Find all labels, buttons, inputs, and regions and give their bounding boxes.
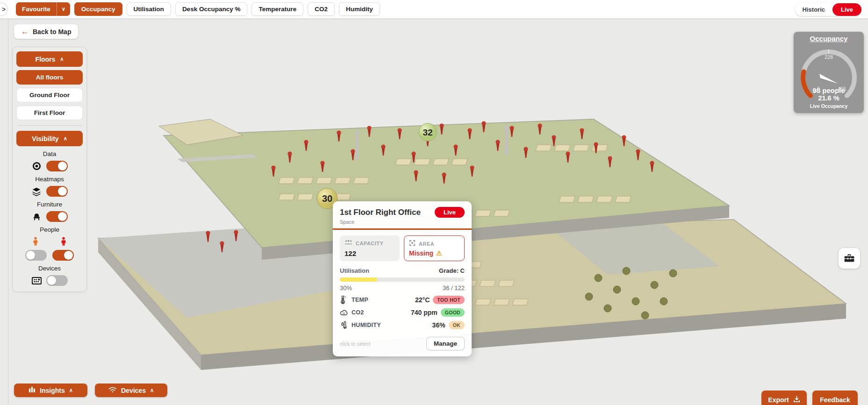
utilisation-percent: 30%	[340, 284, 352, 291]
furniture-toggle-label: Furniture	[16, 201, 83, 208]
insights-label: Insights	[40, 387, 65, 394]
people-live-toggle[interactable]	[52, 250, 74, 261]
co2-label: CO2	[352, 309, 364, 316]
export-button[interactable]: Export	[761, 391, 807, 405]
devices-toggle-label: Devices	[16, 265, 83, 272]
space-detail-popup: 1st Floor Right Office Live Space CAPACI…	[333, 201, 472, 356]
person-red-icon	[58, 236, 69, 247]
visibility-panel-header[interactable]: Visibility ∧	[16, 131, 83, 146]
layers-icon	[31, 186, 42, 197]
back-to-map-button[interactable]: ← Back to Map	[14, 24, 78, 39]
chair-icon	[31, 212, 42, 222]
temp-value: 22°C	[415, 296, 430, 304]
gauge-tick-mid: 228	[825, 54, 833, 60]
capacity-value: 122	[344, 249, 395, 257]
humidity-status-badge: OK	[449, 321, 465, 329]
utilisation-progress-track	[340, 277, 465, 282]
tab-humidity[interactable]: Humidity	[339, 2, 380, 16]
space-type-label: Space	[340, 219, 465, 225]
utilisation-progress-fill	[340, 277, 377, 282]
temp-status-badge: TOO HOT	[433, 296, 465, 304]
historic-live-toggle: Historic Live	[795, 3, 861, 16]
map-marker-ground-floor[interactable]: 32	[419, 123, 437, 141]
historic-option[interactable]: Historic	[795, 6, 832, 13]
warning-icon: ⚠	[436, 249, 442, 257]
marker-value: 32	[423, 128, 432, 137]
co2-value: 740 ppm	[411, 309, 438, 316]
devices-toggle[interactable]	[46, 275, 68, 286]
record-icon	[31, 161, 42, 171]
favourite-label: Favourite	[16, 2, 57, 16]
temp-label: TEMP	[352, 297, 368, 303]
occupancy-gauge: 228 0 455	[794, 43, 864, 92]
floor-item-all-floors[interactable]: All floors	[16, 70, 83, 85]
utilisation-label: Utilisation	[340, 267, 369, 274]
tab-temperature[interactable]: Temperature	[251, 2, 303, 16]
gauge-tick-max: 455	[838, 86, 846, 92]
bar-chart-icon	[29, 386, 36, 394]
temp-metric-row: °c TEMP 22°C TOO HOT	[340, 296, 465, 304]
gauge-tick-min: 0	[817, 86, 820, 92]
co2-status-badge: GOOD	[441, 308, 465, 317]
co2-metric-row: co CO2 740 ppm GOOD	[340, 308, 465, 317]
area-tile[interactable]: AREA Missing ⚠	[404, 235, 465, 261]
tab-desk-occupancy[interactable]: Desk Occupancy %	[175, 2, 248, 16]
tab-occupancy[interactable]: Occupancy	[74, 2, 122, 16]
humidity-value: 36%	[432, 321, 445, 329]
heatmaps-toggle[interactable]	[46, 186, 68, 197]
data-toggle[interactable]	[46, 161, 68, 171]
gauge-title[interactable]: Occupancy	[794, 35, 864, 43]
manage-button[interactable]: Manage	[426, 337, 465, 350]
data-toggle-label: Data	[16, 150, 83, 157]
live-option[interactable]: Live	[832, 3, 861, 16]
devices-button[interactable]: Devices ∧	[95, 384, 167, 397]
area-icon	[409, 240, 416, 248]
chevron-up-icon: ∧	[69, 387, 73, 393]
toolbox-icon	[844, 254, 854, 263]
feedback-label: Feedback	[820, 396, 850, 404]
floors-panel-header[interactable]: Floors ∧	[16, 51, 83, 67]
floor-item-ground-floor[interactable]: Ground Floor	[16, 88, 83, 102]
back-to-map-label: Back to Map	[33, 28, 71, 36]
top-tab-bar: Favourite ∨ Occupancy Utilisation Desk O…	[0, 0, 868, 19]
people-history-toggle[interactable]	[25, 250, 47, 261]
chevron-up-icon: ∧	[64, 135, 67, 142]
chevron-up-icon: ∧	[150, 387, 154, 393]
toolbox-button[interactable]	[839, 248, 860, 269]
click-to-select-hint: click to select	[340, 341, 370, 347]
utilisation-ratio: 36 / 122	[443, 284, 465, 291]
people-toggle-label: People	[16, 226, 83, 233]
area-missing-value: Missing	[409, 249, 433, 257]
wifi-icon	[108, 386, 117, 394]
devices-label: Devices	[121, 387, 146, 394]
furniture-toggle[interactable]	[46, 211, 68, 222]
insights-button[interactable]: Insights ∧	[14, 384, 87, 397]
chevron-right-icon: >	[2, 6, 6, 13]
gauge-caption: Live Occupancy	[794, 103, 864, 109]
live-badge: Live	[435, 207, 465, 218]
chevron-down-icon[interactable]: ∨	[57, 2, 70, 16]
chevron-up-icon: ∧	[60, 56, 64, 62]
heatmaps-toggle-label: Heatmaps	[16, 176, 83, 183]
occupancy-gauge-card: Occupancy 228 0 455 98 people 21.6 % Liv…	[794, 32, 864, 113]
download-icon	[793, 396, 800, 404]
co2-cloud-icon: co	[340, 310, 349, 316]
floor-item-first-floor[interactable]: First Floor	[16, 106, 83, 120]
tab-co2[interactable]: CO2	[308, 2, 335, 16]
export-label: Export	[768, 396, 789, 404]
device-icon	[31, 276, 42, 286]
humidity-metric-row: HUMIDITY 36% OK	[340, 321, 465, 329]
person-orange-icon	[30, 236, 41, 247]
capacity-tile: CAPACITY 122	[340, 235, 400, 261]
svg-text:°c: °c	[344, 296, 346, 298]
humidity-label: HUMIDITY	[352, 322, 381, 328]
arrow-left-icon: ←	[21, 28, 29, 36]
tab-utilisation[interactable]: Utilisation	[127, 2, 171, 16]
svg-text:co: co	[343, 312, 345, 314]
space-title: 1st Floor Right Office	[340, 208, 421, 217]
utilisation-grade: Grade: C	[439, 267, 465, 274]
humidity-icon	[340, 321, 349, 329]
marker-value: 30	[322, 193, 332, 204]
favourite-dropdown[interactable]: Favourite ∨	[16, 2, 70, 16]
feedback-button[interactable]: Feedback	[812, 391, 858, 405]
